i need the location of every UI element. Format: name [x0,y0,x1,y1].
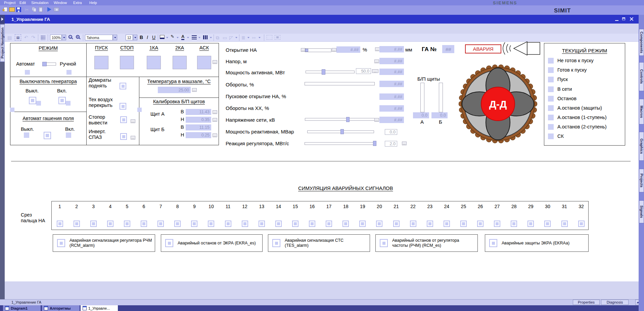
zoom-level-box[interactable]: 100% [50,35,62,40]
cut-icon[interactable]: ✂ [25,7,29,13]
rotate-dropdown-icon[interactable] [235,37,237,38]
paste-icon[interactable] [39,7,43,12]
font-color-icon[interactable]: A [181,34,184,40]
menu-item-simulation[interactable]: Simulation [31,1,48,5]
channel-checkbox-31[interactable] [561,221,568,227]
na-opening-mm-options-button[interactable]: ... [375,47,380,51]
properties-button[interactable]: Properties [573,300,600,305]
menu-item-window[interactable]: Window [54,1,67,5]
channel-checkbox-3[interactable] [90,221,97,227]
font-family-dropdown-icon[interactable] [113,35,117,40]
fill-color-icon[interactable] [160,35,165,39]
channel-checkbox-21[interactable] [393,221,400,227]
fill-color-dropdown-icon[interactable] [166,37,168,38]
start-button-2ка[interactable] [173,56,187,69]
channel-checkbox-18[interactable] [342,221,349,227]
regulator-response-options-button[interactable]: ... [402,142,407,145]
channel-checkbox-24[interactable] [444,221,450,227]
channel-checkbox-1[interactable] [57,221,63,227]
dock-tab-macros[interactable]: Macros [639,99,644,124]
page-setup-icon[interactable]: ▤ [15,34,21,41]
menu-item-help[interactable]: Help [89,1,97,5]
invert-spaz-options-button[interactable]: ... [131,136,135,140]
channel-checkbox-7[interactable] [157,221,164,227]
channel-checkbox-30[interactable] [544,221,551,227]
rotate-icon[interactable]: ◸ [229,35,233,41]
copy-icon[interactable] [32,7,37,12]
head-options-button[interactable]: ... [374,60,379,63]
distribute-icon[interactable]: ⇿ [252,35,256,41]
channel-checkbox-25[interactable] [460,221,467,227]
active-power-slider[interactable] [306,71,355,73]
open-project-icon[interactable] [9,7,15,12]
line-color-icon[interactable]: ✎ [171,34,174,39]
channel-checkbox-28[interactable] [511,221,517,227]
rcm-es-box-checkbox[interactable] [380,239,388,247]
font-size-dropdown-icon[interactable] [133,35,137,40]
undo-icon[interactable]: ↶ [24,34,28,40]
breaker-off-button[interactable] [29,97,36,104]
channel-checkbox-22[interactable] [410,221,416,227]
rcm-alarm-box-checkbox[interactable] [57,239,65,247]
reactive-power-slider-handle[interactable] [340,129,344,134]
tes-alarm-box-checkbox[interactable] [272,239,280,247]
grid-voltage-slider-handle[interactable] [346,117,350,122]
grid-voltage-slider[interactable] [305,118,375,121]
channel-checkbox-15[interactable] [292,221,298,227]
minimize-icon[interactable] [615,20,618,21]
tech-air-checkbox[interactable] [120,103,126,110]
shield-b-n-options-button[interactable]: ... [213,133,217,137]
regulator-response-slider-handle[interactable] [373,141,376,146]
shield-a-n-options-button[interactable]: ... [213,118,217,122]
menu-item-project[interactable]: Project [4,1,15,5]
regulator-response-slider[interactable] [305,142,376,145]
ekra-es-box-checkbox[interactable] [165,239,173,247]
channel-checkbox-29[interactable] [527,221,534,227]
dock-tab-signals[interactable]: Signals [639,200,644,223]
field-killer-button[interactable] [44,132,51,139]
grid-voltage-options-button[interactable]: ... [374,118,379,122]
menu-item-edit[interactable]: Edit [19,1,26,5]
start-button-аск[interactable] [197,56,211,69]
line-weight-icon[interactable] [192,35,197,39]
channel-checkbox-26[interactable] [477,221,484,227]
line-style-dropdown-icon[interactable] [210,37,212,38]
nav-expand-button[interactable] [0,15,5,24]
redo-icon[interactable]: ↷ [31,34,35,40]
temperature-options-button[interactable]: ... [192,88,197,92]
ungroup-icon[interactable]: ▭ [223,35,227,41]
ask-options-button[interactable]: ... [213,60,217,64]
menu-item-extra[interactable]: Extra [73,1,82,5]
active-power-setpoint-input[interactable]: 50.0 [356,68,371,74]
dock-tab-projects[interactable]: Projects [639,169,644,192]
channel-checkbox-6[interactable] [141,221,147,227]
snapshot-icon[interactable] [54,7,59,11]
stopper-options-button[interactable]: ... [131,119,135,123]
dock-tab-controls[interactable]: Controls [639,62,644,91]
channel-checkbox-8[interactable] [174,221,181,227]
channel-checkbox-17[interactable] [326,221,332,227]
select-area-icon[interactable] [267,35,272,40]
channel-checkbox-20[interactable] [376,221,382,227]
channel-checkbox-27[interactable] [494,221,500,227]
mode-slider-handle[interactable] [42,62,47,66]
bottom-tab-3[interactable]: 1_Управле... [81,305,118,311]
channel-checkbox-4[interactable] [107,221,113,227]
align-icon[interactable]: ≣ [241,35,245,41]
font-size-box[interactable]: 12 [126,35,133,40]
active-power-options-button[interactable]: ... [372,69,378,73]
line-color-dropdown-icon[interactable] [177,37,179,38]
channel-checkbox-19[interactable] [359,221,366,227]
regulator-response-input[interactable]: 2.0 [385,141,397,147]
line-style-icon[interactable] [203,35,208,39]
zoom-in-icon[interactable]: + [76,35,80,39]
channel-checkbox-10[interactable] [208,221,214,227]
channel-checkbox-14[interactable] [275,221,282,227]
start-simulation-icon[interactable] [47,7,51,12]
new-project-icon[interactable]: ★ [2,7,8,13]
bottom-tab-2[interactable]: Алгоритмы [42,305,80,311]
channel-checkbox-9[interactable] [191,221,197,227]
dock-tab-graphics[interactable]: Graphics [639,132,644,161]
italic-button[interactable]: I [147,35,148,40]
diagnosis-button[interactable]: Diagnosis [601,300,629,305]
